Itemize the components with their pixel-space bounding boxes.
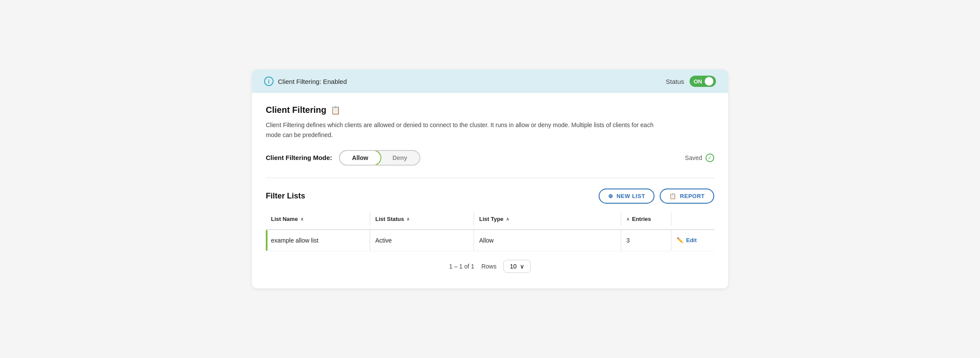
- rows-label: Rows: [481, 263, 496, 270]
- th-list-type: List Type ∧: [474, 212, 621, 226]
- sort-list-status-icon[interactable]: ∧: [406, 217, 409, 221]
- section-header: Client Filtering 📋: [266, 105, 714, 115]
- edit-button[interactable]: ✏️ Edit: [677, 237, 697, 243]
- toggle-label: ON: [694, 78, 703, 85]
- section-title: Client Filtering: [266, 105, 326, 115]
- td-edit: ✏️ Edit: [671, 230, 714, 250]
- status-toggle[interactable]: ON: [690, 76, 716, 87]
- plus-icon: ⊕: [608, 193, 613, 199]
- rows-value: 10: [510, 263, 517, 270]
- document-icon: 📋: [331, 105, 340, 115]
- report-button[interactable]: 📋 REPORT: [660, 189, 714, 204]
- banner-left: i Client Filtering: Enabled: [264, 77, 347, 86]
- status-text: Status: [666, 78, 684, 85]
- pagination: 1 – 1 of 1 Rows 10 ∨: [266, 251, 714, 276]
- main-card: i Client Filtering: Enabled Status ON Cl…: [252, 70, 728, 288]
- banner-title: Client Filtering: Enabled: [278, 78, 347, 85]
- mode-allow-button[interactable]: Allow: [340, 151, 380, 165]
- divider: [266, 178, 714, 178]
- td-list-name: example allow list: [266, 230, 370, 251]
- th-list-type-label: List Type: [479, 216, 503, 222]
- status-banner: i Client Filtering: Enabled Status ON: [252, 70, 728, 93]
- th-actions: [671, 212, 714, 226]
- clipboard-icon: 📋: [669, 193, 677, 199]
- sort-entries-icon[interactable]: ∧: [626, 217, 629, 221]
- filter-table: List Name ∧ List Status ∧ List Type ∧ ∧ …: [266, 212, 714, 251]
- table-header: List Name ∧ List Status ∧ List Type ∧ ∧ …: [266, 212, 714, 230]
- th-list-name: List Name ∧: [266, 212, 370, 226]
- th-list-name-label: List Name: [271, 216, 298, 222]
- new-list-label: NEW LIST: [616, 193, 645, 199]
- pagination-info: 1 – 1 of 1: [449, 263, 474, 270]
- sort-list-type-icon[interactable]: ∧: [506, 217, 509, 221]
- filter-lists-header: Filter Lists ⊕ NEW LIST 📋 REPORT: [266, 189, 714, 204]
- th-list-status-label: List Status: [375, 216, 404, 222]
- td-list-status: Active: [370, 230, 474, 251]
- report-label: REPORT: [680, 193, 705, 199]
- saved-label: Saved: [685, 154, 702, 161]
- description-text: Client Filtering defines which clients a…: [266, 120, 655, 140]
- mode-left: Client Filtering Mode: Allow Deny: [266, 150, 420, 166]
- table-row: example allow list Active Allow 3 ✏️ Edi…: [266, 230, 714, 251]
- td-entries: 3: [621, 230, 671, 251]
- filter-lists-title: Filter Lists: [266, 192, 305, 201]
- td-list-type: Allow: [474, 230, 621, 251]
- th-entries-label: Entries: [632, 216, 651, 222]
- th-entries: ∧ Entries: [621, 212, 671, 226]
- edit-label: Edit: [686, 237, 697, 243]
- mode-deny-button[interactable]: Deny: [380, 151, 419, 165]
- toggle-circle: [705, 77, 713, 86]
- th-list-status: List Status ∧: [370, 212, 474, 226]
- saved-indicator: Saved ✓: [685, 153, 714, 162]
- sort-list-name-icon[interactable]: ∧: [300, 217, 303, 221]
- rows-per-page-select[interactable]: 10 ∨: [503, 260, 531, 273]
- action-buttons: ⊕ NEW LIST 📋 REPORT: [599, 189, 714, 204]
- saved-check-icon: ✓: [706, 153, 714, 162]
- mode-label: Client Filtering Mode:: [266, 154, 332, 161]
- mode-toggle: Allow Deny: [339, 150, 420, 166]
- banner-right: Status ON: [666, 76, 716, 87]
- edit-icon: ✏️: [677, 237, 683, 243]
- mode-row: Client Filtering Mode: Allow Deny Saved …: [266, 150, 714, 166]
- new-list-button[interactable]: ⊕ NEW LIST: [599, 189, 655, 204]
- chevron-down-icon: ∨: [520, 263, 524, 270]
- main-content: Client Filtering 📋 Client Filtering defi…: [252, 93, 728, 288]
- info-icon: i: [264, 77, 274, 86]
